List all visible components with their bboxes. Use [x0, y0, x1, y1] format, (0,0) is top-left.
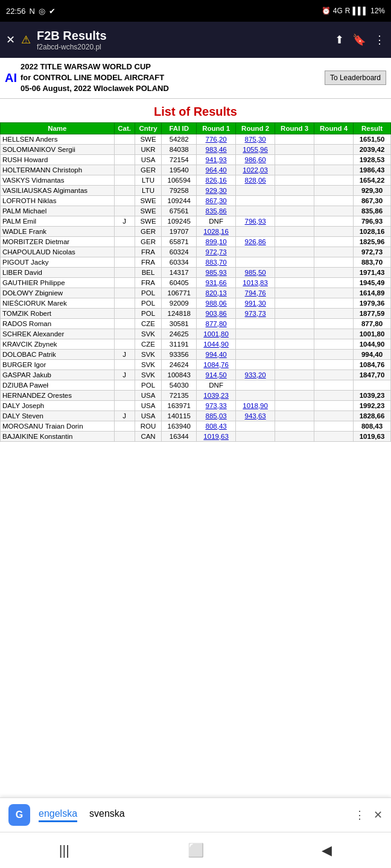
score-link[interactable]: 796,93 — [245, 218, 266, 225]
table-cell[interactable]: 926,86 — [236, 236, 275, 247]
table-cell[interactable]: 1022,03 — [236, 165, 275, 175]
score-link[interactable]: 835,86 — [206, 207, 227, 215]
score-link[interactable]: 899,10 — [206, 238, 227, 245]
score-link[interactable]: 991,30 — [245, 300, 266, 307]
banner-line2: for CONTROL LINE MODEL AIRCRAFT — [21, 72, 169, 83]
score-link[interactable]: 903,86 — [206, 310, 227, 317]
score-link[interactable]: 877,80 — [206, 320, 227, 327]
table-cell[interactable]: 1001,80 — [197, 329, 236, 339]
score-link[interactable]: 867,30 — [206, 197, 227, 204]
table-cell[interactable]: 808,43 — [197, 421, 236, 431]
table-cell[interactable]: 826,16 — [197, 175, 236, 185]
table-row: RADOS RomanCZE30581877,80877,80 — [1, 318, 391, 329]
score-link[interactable]: 972,73 — [206, 248, 227, 256]
table-cell[interactable]: 877,80 — [197, 318, 236, 329]
table-cell[interactable]: 1018,90 — [236, 400, 275, 410]
table-cell — [314, 247, 354, 257]
table-cell[interactable]: 835,86 — [197, 206, 236, 216]
table-cell[interactable]: 929,30 — [197, 185, 236, 195]
table-cell[interactable]: 1013,83 — [236, 277, 275, 288]
score-link[interactable]: 875,30 — [245, 136, 266, 143]
table-cell[interactable]: 983,46 — [197, 144, 236, 154]
table-cell: 796,93 — [354, 216, 391, 226]
table-cell[interactable]: 867,30 — [197, 195, 236, 206]
score-link[interactable]: 914,50 — [206, 371, 227, 379]
table-cell[interactable]: 875,30 — [236, 134, 275, 144]
table-cell[interactable]: 885,03 — [197, 410, 236, 421]
table-cell[interactable]: 985,50 — [236, 267, 275, 277]
table-cell[interactable]: 1055,96 — [236, 144, 275, 154]
score-link[interactable]: 1018,90 — [243, 402, 268, 409]
menu-button[interactable]: ⋮ — [374, 33, 385, 46]
table-cell[interactable]: 941,93 — [197, 154, 236, 165]
bookmark-button[interactable]: 🔖 — [352, 33, 366, 46]
score-link[interactable]: 828,06 — [245, 177, 266, 184]
table-cell[interactable]: 1084,76 — [197, 359, 236, 370]
score-link[interactable]: 964,40 — [206, 166, 227, 174]
table-cell[interactable]: 973,33 — [197, 400, 236, 410]
table-cell[interactable]: 986,60 — [236, 154, 275, 165]
table-cell[interactable]: 985,93 — [197, 267, 236, 277]
score-link[interactable]: 885,03 — [206, 412, 227, 420]
table-cell[interactable]: 820,13 — [197, 288, 236, 298]
score-link[interactable]: 985,93 — [206, 269, 227, 276]
score-link[interactable]: 931,66 — [206, 279, 227, 286]
score-link[interactable]: 1013,83 — [243, 279, 268, 286]
table-cell[interactable]: 994,40 — [197, 349, 236, 359]
score-link[interactable]: 994,40 — [206, 351, 227, 358]
table-cell[interactable]: 931,66 — [197, 277, 236, 288]
table-cell[interactable]: 964,40 — [197, 165, 236, 175]
table-cell[interactable]: 883,70 — [197, 257, 236, 267]
score-link[interactable]: 973,33 — [206, 402, 227, 409]
table-cell[interactable]: 991,30 — [236, 298, 275, 308]
score-link[interactable]: 973,73 — [245, 310, 266, 317]
score-link[interactable]: 926,86 — [245, 238, 266, 245]
score-link[interactable]: 941,93 — [206, 156, 227, 163]
table-cell[interactable]: 1044,90 — [197, 339, 236, 349]
table-cell[interactable]: 914,50 — [197, 370, 236, 380]
score-link[interactable]: 808,43 — [206, 423, 227, 430]
score-link[interactable]: 1028,16 — [203, 228, 229, 235]
table-cell[interactable]: 903,86 — [197, 308, 236, 318]
score-link[interactable]: 983,46 — [206, 146, 227, 153]
table-cell[interactable]: 828,06 — [236, 175, 275, 185]
share-button[interactable]: ⬆ — [335, 33, 344, 46]
table-cell[interactable]: 796,93 — [236, 216, 275, 226]
table-cell[interactable]: 943,63 — [236, 410, 275, 421]
score-link[interactable]: 883,70 — [206, 259, 227, 266]
score-link[interactable]: 1019,63 — [203, 433, 229, 440]
table-cell[interactable]: 973,73 — [236, 308, 275, 318]
score-link[interactable]: 988,06 — [206, 300, 227, 307]
table-row: BURGER IgorSVK246241084,761084,76 — [1, 359, 391, 370]
score-link[interactable]: 933,20 — [245, 371, 266, 379]
table-cell[interactable]: 972,73 — [197, 247, 236, 257]
score-link[interactable]: 1001,80 — [203, 330, 229, 338]
score-link[interactable]: 929,30 — [206, 187, 227, 194]
table-cell[interactable]: 1039,23 — [197, 390, 236, 400]
score-link[interactable]: 1044,90 — [203, 341, 229, 348]
table-cell — [236, 206, 275, 216]
table-cell[interactable]: 988,06 — [197, 298, 236, 308]
score-link[interactable]: 985,50 — [245, 269, 266, 276]
close-button[interactable]: ✕ — [6, 33, 15, 46]
leaderboard-button[interactable]: To Leaderboard — [325, 71, 386, 85]
score-link[interactable]: 986,60 — [245, 156, 266, 163]
score-link[interactable]: 943,63 — [245, 412, 266, 420]
table-cell[interactable]: 933,20 — [236, 370, 275, 380]
score-link[interactable]: 1055,96 — [243, 146, 268, 153]
table-cell[interactable]: 899,10 — [197, 236, 236, 247]
table-cell — [275, 370, 314, 380]
table-cell — [114, 206, 135, 216]
score-link[interactable]: 1022,03 — [243, 166, 268, 174]
score-link[interactable]: 820,13 — [206, 289, 227, 297]
score-link[interactable]: 776,20 — [206, 136, 227, 143]
score-link[interactable]: 1084,76 — [203, 361, 229, 368]
score-link[interactable]: 794,76 — [245, 289, 266, 297]
table-cell[interactable]: 794,76 — [236, 288, 275, 298]
table-cell[interactable]: 776,20 — [197, 134, 236, 144]
score-link[interactable]: 1039,23 — [203, 392, 229, 399]
table-cell[interactable]: 1019,63 — [197, 431, 236, 441]
table-cell — [114, 134, 135, 144]
score-link[interactable]: 826,16 — [206, 177, 227, 184]
table-cell[interactable]: 1028,16 — [197, 226, 236, 236]
